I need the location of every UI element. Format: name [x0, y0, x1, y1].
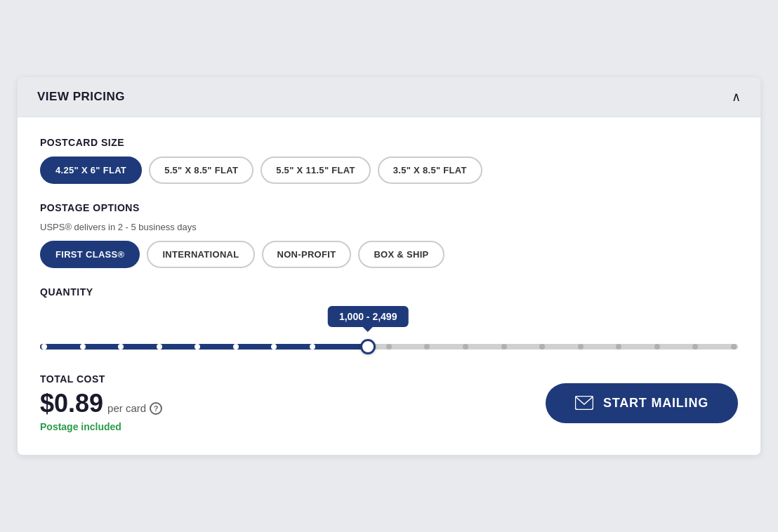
- cost-amount-row: $0.89 per card ?: [40, 389, 162, 418]
- quantity-tooltip: 1,000 - 2,499: [328, 306, 409, 327]
- quantity-slider-wrapper: 1,000 - 2,499: [40, 306, 738, 355]
- start-mailing-button[interactable]: START MAILING: [546, 383, 738, 423]
- total-cost-section: TOTAL COST $0.89 per card ? Postage incl…: [40, 373, 738, 432]
- mail-icon: [575, 396, 593, 410]
- postage-sublabel: USPS® delivers in 2 - 5 business days: [40, 222, 738, 232]
- quantity-label: QUANTITY: [40, 286, 738, 298]
- slider-track: [40, 344, 738, 350]
- postcard-size-option-3[interactable]: 5.5" X 11.5" FLAT: [261, 157, 371, 184]
- postage-option-nonprofit[interactable]: NON-PROFIT: [262, 241, 352, 268]
- postage-options-label: POSTAGE OPTIONS: [40, 202, 738, 213]
- panel-header: VIEW PRICING ∧: [18, 77, 760, 117]
- panel-title: VIEW PRICING: [37, 90, 125, 104]
- postage-included-label: Postage included: [40, 421, 162, 432]
- start-mailing-label: START MAILING: [603, 396, 708, 411]
- postcard-size-option-2[interactable]: 5.5" X 8.5" FLAT: [149, 157, 253, 184]
- quantity-section: QUANTITY 1,000 - 2,499: [40, 286, 738, 355]
- collapse-icon[interactable]: ∧: [732, 91, 741, 103]
- total-cost-label: TOTAL COST: [40, 373, 162, 385]
- postage-option-buttons: FIRST CLASS® INTERNATIONAL NON-PROFIT BO…: [40, 241, 738, 268]
- cost-per-card-text: per card ?: [107, 402, 162, 415]
- postcard-size-section: POSTCARD SIZE 4.25" X 6" FLAT 5.5" X 8.5…: [40, 137, 738, 184]
- postcard-size-options: 4.25" X 6" FLAT 5.5" X 8.5" FLAT 5.5" X …: [40, 157, 738, 184]
- panel-content: POSTCARD SIZE 4.25" X 6" FLAT 5.5" X 8.5…: [18, 117, 760, 455]
- postcard-size-label: POSTCARD SIZE: [40, 137, 738, 148]
- postage-option-firstclass[interactable]: FIRST CLASS®: [40, 241, 140, 268]
- postage-option-international[interactable]: INTERNATIONAL: [147, 241, 254, 268]
- pricing-panel: VIEW PRICING ∧ POSTCARD SIZE 4.25" X 6" …: [17, 77, 761, 455]
- cost-details: TOTAL COST $0.89 per card ? Postage incl…: [40, 373, 162, 432]
- postcard-size-option-4[interactable]: 3.5" X 8.5" FLAT: [378, 157, 482, 184]
- help-icon[interactable]: ?: [150, 402, 162, 415]
- cost-price: $0.89: [40, 389, 103, 418]
- postage-option-boxship[interactable]: BOX & SHIP: [358, 241, 444, 268]
- postage-options-section: POSTAGE OPTIONS USPS® delivers in 2 - 5 …: [40, 202, 738, 268]
- postcard-size-option-1[interactable]: 4.25" X 6" FLAT: [40, 157, 142, 184]
